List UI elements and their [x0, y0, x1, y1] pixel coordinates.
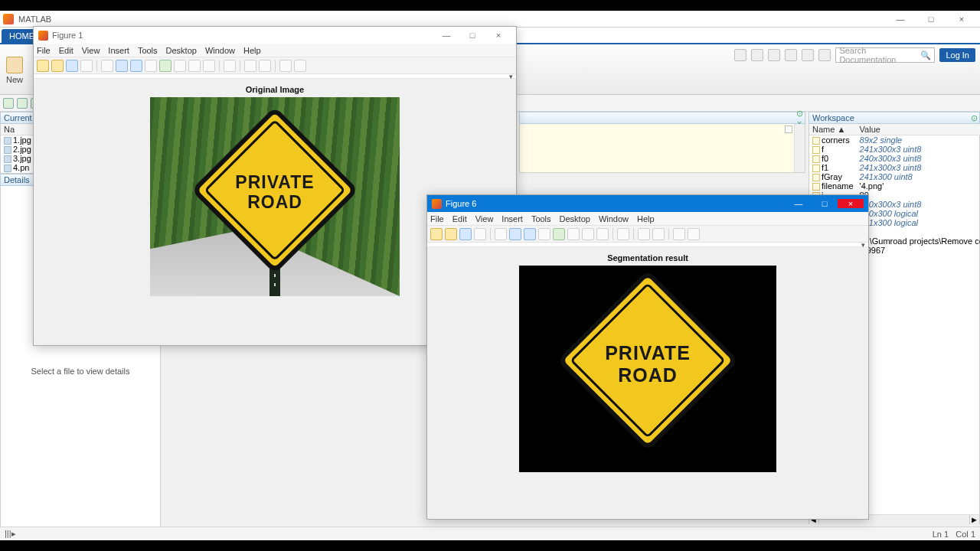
help-icon[interactable] [818, 49, 831, 61]
chevron-down-icon[interactable]: ▾ [509, 73, 513, 80]
undo-icon[interactable] [802, 49, 814, 61]
figure-1-titlebar[interactable]: Figure 1 — □ × [34, 27, 516, 44]
menu-window[interactable]: Window [205, 46, 235, 55]
link-icon[interactable] [203, 60, 215, 72]
menu-tools[interactable]: Tools [138, 46, 158, 55]
figure-menubar: File Edit View Insert Tools Desktop Wind… [427, 212, 868, 226]
figure-6-axes: Segmentation result PRIVATE ROAD [427, 247, 868, 519]
pointer-icon[interactable] [101, 60, 113, 72]
copy-icon[interactable] [768, 49, 780, 61]
workspace-row[interactable]: corners89x2 single [809, 135, 980, 145]
print-icon[interactable] [474, 228, 486, 240]
dock-icon[interactable] [294, 60, 306, 72]
ws-name-col[interactable]: Name ▲ [809, 124, 857, 135]
close-button[interactable]: × [946, 15, 977, 24]
editor-header[interactable]: ⊙ × [519, 112, 805, 124]
brush-icon[interactable] [188, 60, 201, 72]
menu-help[interactable]: Help [243, 46, 261, 55]
print-icon[interactable] [80, 60, 93, 72]
cursor-position: Ln 1 Col 1 [933, 530, 975, 539]
minimize-button[interactable]: — [885, 15, 916, 24]
paste-icon[interactable] [785, 49, 797, 61]
workspace-row[interactable]: f1241x300x3 uint8 [809, 163, 980, 172]
close-button[interactable]: × [838, 199, 864, 208]
layout-icon[interactable] [652, 228, 665, 240]
login-button[interactable]: Log In [939, 48, 975, 62]
editor-body[interactable] [519, 124, 805, 173]
datacursor-icon[interactable] [174, 60, 186, 72]
new-button[interactable]: New [0, 55, 29, 84]
hide-tools-icon[interactable] [279, 60, 292, 72]
ws-value-col[interactable]: Value [857, 124, 980, 135]
new-figure-icon[interactable] [430, 228, 443, 240]
zoom-in-icon[interactable] [116, 60, 128, 72]
workspace-row[interactable]: fGray241x300 uint8 [809, 172, 980, 181]
rotate-icon[interactable] [553, 228, 565, 240]
menu-file[interactable]: File [430, 214, 444, 223]
maximize-button[interactable]: □ [916, 15, 946, 24]
new-icon [6, 57, 23, 73]
forward-icon[interactable] [17, 98, 28, 109]
pan-icon[interactable] [538, 228, 550, 240]
workspace-row[interactable]: f0240x300x3 uint8 [809, 154, 980, 163]
figure-6-titlebar[interactable]: Figure 6 — □ × [427, 195, 868, 212]
menu-insert[interactable]: Insert [501, 214, 523, 223]
back-icon[interactable] [3, 98, 14, 109]
dock-icon[interactable] [688, 228, 700, 240]
app-title: MATLAB [18, 15, 885, 24]
separator [612, 228, 613, 240]
menu-edit[interactable]: Edit [452, 214, 467, 223]
axes-title: Original Image [246, 85, 304, 94]
menu-tools[interactable]: Tools [531, 214, 551, 223]
menu-view[interactable]: View [82, 46, 100, 55]
menu-edit[interactable]: Edit [59, 46, 74, 55]
menu-insert[interactable]: Insert [108, 46, 129, 55]
open-icon[interactable] [51, 60, 64, 72]
figure-menubar: File Edit View Insert Tools Desktop Wind… [34, 44, 516, 57]
menu-window[interactable]: Window [599, 214, 629, 223]
rotate-icon[interactable] [159, 60, 172, 72]
zoom-out-icon[interactable] [524, 228, 536, 240]
pointer-icon[interactable] [495, 228, 507, 240]
colorbar-icon[interactable] [224, 60, 236, 72]
close-button[interactable]: × [485, 31, 511, 40]
menu-desktop[interactable]: Desktop [166, 46, 197, 55]
editor-panel: ⊙ × [519, 112, 805, 173]
save-icon[interactable] [459, 228, 472, 240]
fold-icon[interactable] [785, 126, 792, 133]
figure-6-window[interactable]: Figure 6 — □ × File Edit View Insert Too… [426, 194, 869, 520]
colorbar-icon[interactable] [617, 228, 629, 240]
pan-icon[interactable] [145, 60, 157, 72]
zoom-out-icon[interactable] [130, 60, 142, 72]
legend-icon[interactable] [638, 228, 650, 240]
zoom-in-icon[interactable] [509, 228, 521, 240]
chevron-down-icon[interactable]: ▾ [861, 241, 865, 249]
minimize-button[interactable]: — [433, 31, 459, 40]
layout-icon[interactable] [259, 60, 271, 72]
save-icon[interactable] [66, 60, 78, 72]
workspace-row[interactable]: filename'4.png' [809, 181, 980, 191]
maximize-button[interactable]: □ [812, 199, 838, 208]
matlab-titlebar[interactable]: MATLAB — □ × [0, 11, 980, 28]
datacursor-icon[interactable] [567, 228, 580, 240]
menu-help[interactable]: Help [637, 214, 655, 223]
menu-desktop[interactable]: Desktop [560, 214, 590, 223]
cut-icon[interactable] [751, 49, 763, 61]
workspace-row[interactable]: f241x300x3 uint8 [809, 145, 980, 154]
matlab-logo-icon [432, 199, 442, 209]
hide-tools-icon[interactable] [673, 228, 685, 240]
menu-file[interactable]: File [37, 46, 51, 55]
maximize-button[interactable]: □ [459, 31, 485, 40]
link-icon[interactable] [596, 228, 609, 240]
menu-view[interactable]: View [475, 214, 494, 223]
new-figure-icon[interactable] [37, 60, 49, 72]
legend-icon[interactable] [244, 60, 256, 72]
save-icon[interactable] [734, 49, 746, 61]
open-icon[interactable] [445, 228, 457, 240]
scrollbar[interactable] [794, 124, 805, 172]
workspace-header[interactable]: Workspace⊙ [808, 112, 980, 124]
panel-menu-icon[interactable]: ⊙ [969, 113, 979, 123]
brush-icon[interactable] [582, 228, 594, 240]
minimize-button[interactable]: — [786, 199, 812, 208]
search-input[interactable]: Search Documentation 🔍 [835, 47, 935, 63]
